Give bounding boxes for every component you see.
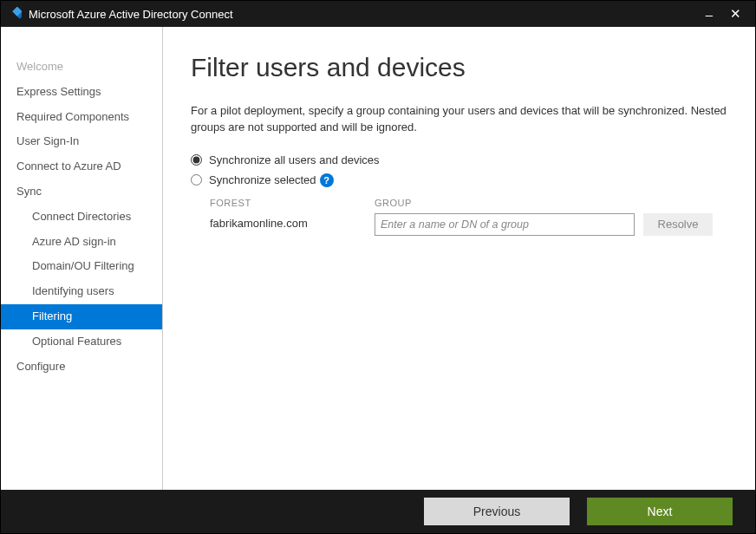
nav-connect-azure-ad[interactable]: Connect to Azure AD xyxy=(1,154,162,179)
radio-sync-all-label: Synchronize all users and devices xyxy=(209,153,380,166)
content-area: Welcome Express Settings Required Compon… xyxy=(1,27,755,490)
column-header-forest: FOREST xyxy=(210,198,366,208)
azure-logo-icon xyxy=(8,7,22,21)
radio-sync-selected-label: Synchronize selected xyxy=(209,173,316,186)
nav-connect-directories[interactable]: Connect Directories xyxy=(1,205,162,230)
radio-sync-selected[interactable]: Synchronize selected ? xyxy=(191,173,729,187)
close-button[interactable]: ✕ xyxy=(722,2,748,26)
nav-sidebar: Welcome Express Settings Required Compon… xyxy=(1,27,163,490)
radio-sync-all-input[interactable] xyxy=(191,154,202,166)
column-header-group: GROUP xyxy=(375,198,635,208)
main-panel: Filter users and devices For a pilot dep… xyxy=(163,27,755,490)
nav-identifying-users[interactable]: Identifying users xyxy=(1,279,162,304)
minimize-button[interactable]: – xyxy=(696,2,722,26)
app-window: Microsoft Azure Active Directory Connect… xyxy=(0,0,756,534)
nav-configure[interactable]: Configure xyxy=(1,355,162,380)
nav-sync[interactable]: Sync xyxy=(1,179,162,205)
next-button[interactable]: Next xyxy=(587,498,733,525)
nav-domain-ou-filtering[interactable]: Domain/OU Filtering xyxy=(1,254,162,279)
group-input[interactable] xyxy=(375,213,635,236)
window-title: Microsoft Azure Active Directory Connect xyxy=(29,8,696,21)
nav-optional-features[interactable]: Optional Features xyxy=(1,329,162,355)
footer-bar: Previous Next xyxy=(1,490,755,533)
nav-welcome: Welcome xyxy=(1,55,162,80)
forest-value: fabrikamonline.com xyxy=(210,213,366,236)
radio-sync-selected-input[interactable] xyxy=(191,174,202,186)
help-icon[interactable]: ? xyxy=(320,173,334,187)
nav-user-signin[interactable]: User Sign-In xyxy=(1,129,162,154)
nav-azure-ad-signin[interactable]: Azure AD sign-in xyxy=(1,230,162,255)
forest-group-grid: FOREST GROUP fabrikamonline.com Resolve xyxy=(210,198,729,236)
radio-sync-all[interactable]: Synchronize all users and devices xyxy=(191,153,729,166)
previous-button[interactable]: Previous xyxy=(424,498,570,525)
nav-express-settings[interactable]: Express Settings xyxy=(1,80,162,105)
page-title: Filter users and devices xyxy=(191,53,729,82)
nav-filtering[interactable]: Filtering xyxy=(1,304,162,329)
resolve-button[interactable]: Resolve xyxy=(643,213,713,236)
page-description: For a pilot deployment, specify a group … xyxy=(191,103,729,136)
titlebar: Microsoft Azure Active Directory Connect… xyxy=(1,1,755,27)
nav-required-components[interactable]: Required Components xyxy=(1,105,162,130)
